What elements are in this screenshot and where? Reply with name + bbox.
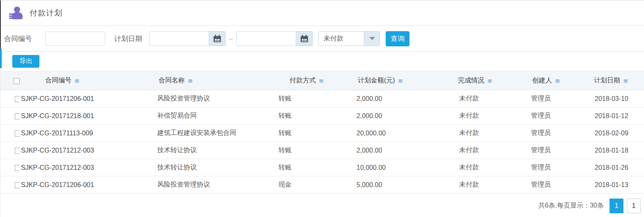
sort-icon[interactable]: ≡ <box>188 77 193 85</box>
cell-contract-name: 建筑工程建设安装承包合同 <box>156 125 277 142</box>
cell-plan-date: 2018-01-26 <box>593 159 644 176</box>
calendar-icon <box>301 36 308 42</box>
cell-creator: 管理员 <box>530 107 593 125</box>
cell-contract-no: SJKP-CG-20171113-009 <box>20 125 156 142</box>
sort-icon[interactable]: ≡ <box>74 77 80 85</box>
cell-plan-date: 2018-01-18 <box>593 142 644 159</box>
table-header-row: 合同编号≡ 合同名称≡ 付款方式≡ 计划金额(元)≡ 完成情况≡ 创建人≡ 计划… <box>0 71 644 90</box>
title-bar: 付款计划 <box>0 0 644 26</box>
sort-icon[interactable]: ≡ <box>555 77 560 85</box>
left-edge-dark-border <box>0 0 1 49</box>
row-checkbox-cell <box>0 142 20 159</box>
cell-contract-no: SJKP-CG-20171206-001 <box>20 176 156 194</box>
chevron-down-icon <box>369 37 375 40</box>
filter-bar: 合同编号 计划日期 -- 未付款 查询 <box>0 26 644 52</box>
cell-creator: 管理员 <box>530 125 593 142</box>
search-button[interactable]: 查询 <box>386 31 409 46</box>
cell-plan-date: 2018-02-09 <box>593 125 644 142</box>
cell-payment-method: 转账 <box>277 125 355 142</box>
cell-payment-method: 转账 <box>277 159 355 176</box>
cell-contract-name: 技术转让协议 <box>156 142 277 159</box>
cell-plan-date: 2018-01-12 <box>593 107 644 125</box>
date-from-calendar-button[interactable] <box>209 31 225 46</box>
status-select-arrow-box[interactable] <box>364 32 380 46</box>
cell-plan-date: 2018-03-10 <box>593 90 644 107</box>
cell-creator: 管理员 <box>530 90 593 107</box>
cell-payment-method: 转账 <box>277 90 355 107</box>
cell-payment-method: 现金 <box>277 176 355 194</box>
cell-status: 未付款 <box>458 107 530 125</box>
cell-planned-amount: 2,000.00 <box>355 107 458 125</box>
date-from-group <box>149 31 225 46</box>
sort-icon[interactable]: ≡ <box>319 77 324 85</box>
column-header-payment-method[interactable]: 付款方式≡ <box>277 71 355 90</box>
row-checkbox[interactable] <box>15 182 20 188</box>
left-edge-blue-indicator <box>0 49 2 68</box>
date-to-input[interactable] <box>236 31 296 46</box>
cell-planned-amount: 2,000.00 <box>355 90 458 107</box>
cell-creator: 管理员 <box>530 142 593 159</box>
date-to-calendar-button[interactable] <box>296 31 313 46</box>
row-checkbox[interactable] <box>15 113 20 119</box>
person-icon-body <box>12 12 23 19</box>
cell-status: 未付款 <box>458 159 530 176</box>
sort-icon[interactable]: ≡ <box>487 77 492 85</box>
page-number-box[interactable]: 1 <box>627 199 641 213</box>
row-checkbox[interactable] <box>15 165 20 171</box>
cell-status: 未付款 <box>458 176 530 194</box>
column-header-creator[interactable]: 创建人≡ <box>530 71 593 90</box>
cell-contract-name: 技术转让协议 <box>156 159 277 176</box>
sort-icon[interactable]: ≡ <box>398 77 403 85</box>
row-checkbox[interactable] <box>15 96 20 102</box>
cell-planned-amount: 10,000.00 <box>355 159 458 176</box>
page-button-current[interactable]: 1 <box>610 199 623 213</box>
cell-creator: 管理员 <box>530 176 593 194</box>
contract-no-input[interactable] <box>45 32 105 46</box>
row-checkbox[interactable] <box>15 148 20 154</box>
cell-status: 未付款 <box>458 142 530 159</box>
column-header-contract-name[interactable]: 合同名称≡ <box>156 71 277 90</box>
select-all-checkbox[interactable] <box>14 78 20 84</box>
cell-planned-amount: 5,000.00 <box>355 176 458 194</box>
cell-plan-date: 2018-01-13 <box>593 176 644 194</box>
left-edge-light-border <box>0 68 0 217</box>
status-select[interactable]: 未付款 <box>318 31 380 46</box>
cell-contract-name: 补偿贸易合同 <box>156 107 277 125</box>
sort-icon[interactable]: ≡ <box>623 77 628 85</box>
pagination-summary: 共6条,每页显示：30条 <box>538 201 604 210</box>
cell-planned-amount: 20,000.00 <box>355 125 458 142</box>
cell-contract-no: SJKP-CG-20171218-001 <box>20 107 156 125</box>
row-checkbox-cell <box>0 107 20 125</box>
action-toolbar: 导出 <box>0 52 644 71</box>
table-row: SJKP-CG-20171113-009 建筑工程建设安装承包合同 转账 20,… <box>0 125 644 142</box>
column-header-contract-no[interactable]: 合同编号≡ <box>20 71 156 90</box>
row-checkbox-cell <box>0 90 20 107</box>
pagination-bar: 共6条,每页显示：30条 1 1 <box>0 194 644 217</box>
cell-contract-name: 风险投资管理协议 <box>156 90 277 107</box>
cell-contract-no: SJKP-CG-20171212-003 <box>20 159 156 176</box>
date-from-input[interactable] <box>149 31 209 46</box>
cell-creator: 管理员 <box>530 159 593 176</box>
date-range-separator: -- <box>229 35 233 42</box>
row-checkbox-cell <box>0 125 20 142</box>
cell-status: 未付款 <box>458 125 530 142</box>
cell-payment-method: 转账 <box>277 142 355 159</box>
column-header-status[interactable]: 完成情况≡ <box>458 71 530 90</box>
calendar-icon <box>214 36 221 42</box>
export-button[interactable]: 导出 <box>12 55 39 68</box>
column-header-plan-date[interactable]: 计划日期≡ <box>593 71 644 90</box>
cell-contract-name: 风险投资管理协议 <box>156 176 277 194</box>
cell-status: 未付款 <box>458 90 530 107</box>
row-checkbox-cell <box>0 176 20 194</box>
row-checkbox[interactable] <box>15 130 20 137</box>
payment-plan-person-icon <box>8 6 23 20</box>
table-row: SJKP-CG-20171218-001 补偿贸易合同 转账 2,000.00 … <box>0 107 644 125</box>
cell-payment-method: 转账 <box>277 107 355 125</box>
table-row: SJKP-CG-20171206-001 风险投资管理协议 转账 2,000.0… <box>0 90 644 107</box>
payment-plan-table: 合同编号≡ 合同名称≡ 付款方式≡ 计划金额(元)≡ 完成情况≡ 创建人≡ 计划… <box>0 71 644 194</box>
contract-no-label: 合同编号 <box>4 34 32 43</box>
person-icon-head <box>14 7 20 13</box>
date-to-group <box>236 31 313 46</box>
column-header-planned-amount[interactable]: 计划金额(元)≡ <box>355 71 458 90</box>
table-row: SJKP-CG-20171206-001 风险投资管理协议 现金 5,000.0… <box>0 176 644 194</box>
